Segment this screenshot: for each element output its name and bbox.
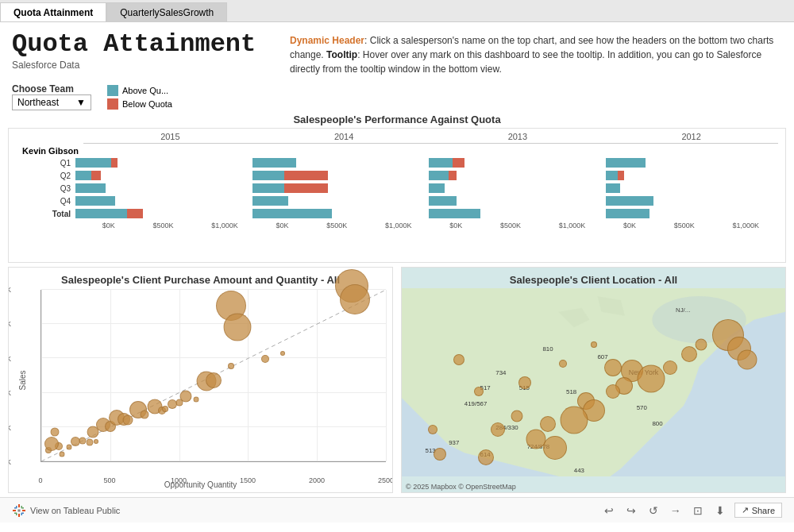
total-2015-above (75, 209, 127, 218)
download-icon[interactable]: ⬇ (712, 503, 728, 519)
scatter-dot[interactable] (44, 437, 59, 451)
scatter-dot[interactable] (206, 372, 222, 388)
map-copyright: © 2025 Mapbox © OpenStreetMap (406, 483, 516, 491)
legend-area: Above Qu... Below Quota (107, 85, 172, 110)
scatter-dot[interactable] (122, 415, 133, 426)
forward-icon[interactable]: → (668, 503, 684, 519)
q4-2012-above (606, 196, 653, 206)
y-tick-800k: $800K (8, 320, 11, 328)
x-tick-1500: 1500 (240, 476, 256, 484)
scatter-dot[interactable] (79, 437, 87, 444)
q4-bars (75, 195, 782, 207)
map-bubble[interactable] (434, 448, 446, 461)
x-axis-2014: $0K $500K $1,000K (257, 222, 431, 229)
scatter-dot[interactable] (94, 439, 98, 444)
scatter-dot[interactable] (51, 428, 60, 437)
map-bubble[interactable] (453, 354, 464, 365)
total-bars (75, 207, 782, 220)
map-bubble[interactable] (606, 384, 620, 399)
q3-2013 (429, 182, 606, 195)
total-2014 (252, 207, 430, 220)
map-bubble[interactable] (559, 360, 567, 368)
scatter-dot[interactable] (86, 438, 93, 445)
scatter-chart[interactable]: Salespeople's Client Purchase Amount and… (8, 267, 393, 493)
svg-rect-26 (22, 510, 25, 511)
map-bubble[interactable] (681, 346, 697, 362)
q3-2014 (252, 182, 430, 195)
scatter-plot-area (40, 290, 386, 462)
total-2013 (429, 207, 606, 220)
map-background: New York 810 734 517 515 518 607 570 800… (402, 288, 785, 476)
legend-above-label: Above Qu... (122, 86, 168, 95)
share-button[interactable]: ↗ Share (734, 503, 782, 518)
scatter-dot[interactable] (228, 363, 234, 369)
tab-bar: Quota Attainment QuarterlySalesGrowth (0, 0, 794, 22)
scatter-dot[interactable] (261, 355, 269, 363)
x-axis-2013: $0K $500K $1,000K (431, 222, 605, 229)
scatter-dot[interactable] (180, 391, 192, 403)
scatter-dot[interactable] (60, 451, 65, 457)
scatter-dot[interactable] (66, 445, 71, 450)
scatter-dot-xl[interactable] (340, 284, 370, 314)
q3-2014-above (252, 183, 284, 193)
map-bubble[interactable] (478, 449, 494, 465)
choose-team-label: Choose Team (12, 83, 91, 94)
tooltip-label: Tooltip (326, 49, 357, 60)
q2-2013-above (429, 171, 449, 180)
person-name: Kevin Gibson (12, 146, 83, 156)
map-bubble[interactable] (518, 376, 531, 389)
q3-2015-above (75, 183, 106, 193)
map-bubble[interactable] (737, 350, 757, 370)
svg-rect-30 (21, 512, 24, 514)
q4-2014 (252, 195, 430, 207)
map-bubble[interactable] (695, 339, 707, 351)
q3-2015 (75, 182, 252, 195)
q2-2012-above (606, 171, 618, 180)
q1-2015 (75, 156, 252, 169)
map-bubble[interactable] (637, 364, 665, 392)
q3-bars (75, 182, 782, 195)
team-select-dropdown[interactable]: Northeast ▼ (12, 94, 91, 110)
q4-2015 (75, 195, 252, 207)
map-bubble[interactable] (491, 422, 505, 437)
scatter-dot[interactable] (141, 411, 149, 419)
bar-chart[interactable]: 2015 2014 2013 2012 Kevin Gibson Q1 (8, 128, 786, 263)
svg-text:734: 734 (495, 369, 507, 376)
map-bubble[interactable] (474, 387, 484, 396)
scatter-dot-large[interactable] (224, 314, 252, 341)
map-chart[interactable]: Salespeople's Client Location - All (401, 267, 786, 493)
q3-2014-below (284, 183, 328, 193)
scatter-dot[interactable] (280, 351, 285, 356)
controls-area: Choose Team Northeast ▼ Above Qu... Belo… (0, 80, 794, 114)
legend-below-label: Below Quota (122, 99, 172, 109)
gridline-v100 (386, 290, 387, 461)
svg-rect-25 (13, 510, 16, 511)
y-tick-0k: $0K (8, 458, 11, 466)
revert-icon[interactable]: ↺ (646, 503, 661, 519)
tab-quota-attainment[interactable]: Quota Attainment (0, 2, 106, 21)
map-bubble[interactable] (663, 360, 677, 375)
map-bubble[interactable] (591, 341, 597, 348)
undo-icon[interactable]: ↩ (601, 503, 617, 519)
tableau-label[interactable]: View on Tableau Public (30, 506, 120, 515)
share-icon: ↗ (742, 505, 749, 515)
pause-icon[interactable]: ⊡ (690, 503, 706, 519)
svg-rect-23 (18, 504, 20, 507)
map-bubble[interactable] (604, 359, 622, 376)
q2-bars (75, 169, 782, 182)
map-bubble[interactable] (511, 411, 522, 422)
footer-right: ↩ ↪ ↺ → ⊡ ⬇ ↗ Share (601, 503, 782, 519)
q1-2013-above (429, 158, 453, 168)
svg-rect-33 (21, 507, 24, 509)
bar-row-total: Total (12, 207, 782, 220)
map-bubble[interactable] (543, 436, 567, 460)
q2-2015-below (91, 171, 101, 180)
tab-quarterly-sales[interactable]: QuarterlySalesGrowth (106, 2, 227, 21)
map-bubble[interactable] (540, 416, 556, 432)
svg-rect-29 (14, 507, 17, 509)
scatter-dot[interactable] (194, 396, 199, 402)
map-bubble[interactable] (428, 425, 437, 434)
year-2013: 2013 (431, 132, 605, 144)
redo-icon[interactable]: ↪ (623, 503, 639, 519)
map-bubble[interactable] (561, 406, 588, 434)
